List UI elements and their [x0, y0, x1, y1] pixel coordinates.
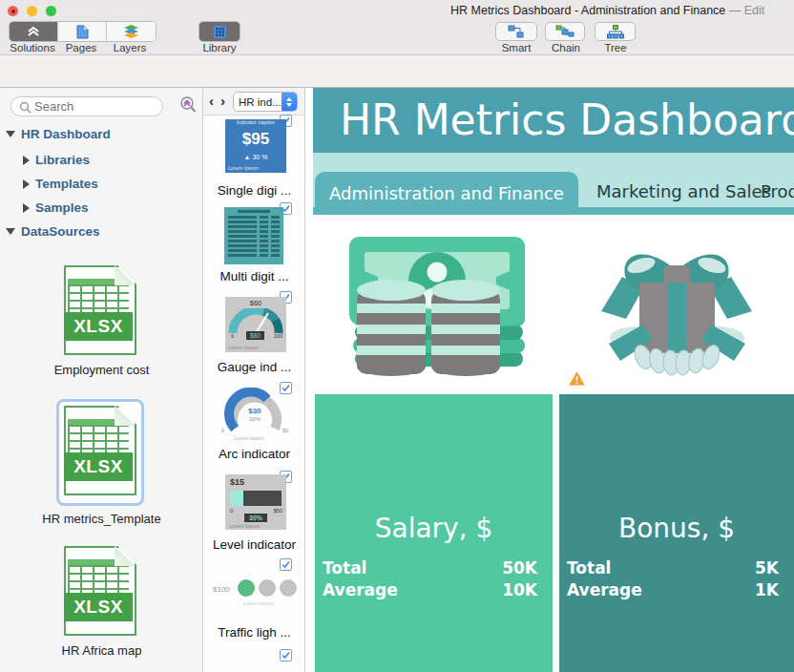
- warning-icon: [569, 371, 585, 386]
- dashboard-title: HR Metrics Dashboard: [313, 88, 794, 144]
- solution-search-icon: [179, 95, 197, 115]
- traffic-light-green: [238, 579, 255, 597]
- money-stack-icon: [332, 229, 537, 382]
- traffic-value: $100: [213, 585, 230, 594]
- solution-search-button[interactable]: [179, 95, 197, 115]
- close-button[interactable]: [8, 6, 18, 16]
- shape-label-arc: Arc indicator: [203, 447, 305, 461]
- chain-button[interactable]: [545, 22, 585, 41]
- layers-button[interactable]: [107, 22, 156, 41]
- indicator-value: $95: [225, 130, 286, 149]
- shape-preview-arc[interactable]: $30 10% 0 50 Lorem ipsum: [224, 388, 285, 441]
- drawing-toolbar: T: [0, 55, 794, 88]
- shape-preview-gauge[interactable]: $60 0 100 $80 Lorem Ipsum: [225, 297, 286, 352]
- file-employment-cost[interactable]: XLSX: [64, 265, 136, 355]
- arc-value: $30: [224, 407, 285, 415]
- shape-checkbox-next[interactable]: [280, 649, 292, 662]
- shape-label-single-digit: Single digi ...: [203, 183, 305, 198]
- disclosure-closed-icon[interactable]: [23, 179, 30, 189]
- view-segmented-control: [9, 21, 157, 42]
- zoom-button[interactable]: [46, 6, 56, 16]
- solutions-button[interactable]: [10, 22, 58, 41]
- arc-max: 50: [282, 428, 288, 433]
- tree-connector-icon: [607, 25, 624, 39]
- file-hr-metrics-template-selected[interactable]: XLSX: [56, 399, 144, 506]
- salary-money-illustration: [332, 229, 537, 382]
- next-library-button[interactable]: ›: [220, 93, 225, 109]
- indicator-delta: ▲ 30 %: [225, 154, 286, 160]
- tab-marketing-and-sales[interactable]: Marketing and Sales: [596, 181, 771, 201]
- arc-pct: 10%: [224, 416, 285, 422]
- traffic-light-gray-2: [280, 579, 297, 597]
- tree-node-datasources[interactable]: DataSources: [6, 224, 100, 239]
- traffic-note: Lorem ipsum: [243, 600, 274, 606]
- layers-icon: [123, 25, 139, 38]
- bonus-card[interactable]: Bonus, $ Total 5K Average 1K: [559, 394, 794, 672]
- shape-preview-multi-digit[interactable]: [224, 207, 283, 264]
- salary-average-value: 10K: [502, 580, 537, 602]
- library-dropdown[interactable]: HR ind...: [233, 92, 298, 112]
- bonus-card-title: Bonus, $: [559, 513, 794, 544]
- pages-button[interactable]: [58, 22, 107, 41]
- document-canvas[interactable]: HR Metrics Dashboard Administration and …: [305, 88, 794, 672]
- tree-node-hr-dashboard[interactable]: HR Dashboard: [6, 127, 111, 141]
- shape-checkbox-traffic[interactable]: [280, 558, 292, 571]
- disclosure-open-icon[interactable]: [6, 131, 15, 137]
- check-icon: [281, 650, 291, 661]
- app-window: HR Metrics Dashboard - Administration an…: [0, 0, 794, 672]
- bonus-total-row: Total 5K: [567, 558, 779, 580]
- file-label: HR Africa map: [0, 643, 203, 658]
- solutions-icon: [26, 25, 41, 38]
- level-top-value: $15: [225, 474, 286, 487]
- bonus-average-value: 1K: [755, 580, 779, 602]
- indicator-note: Lorem Ipsum: [228, 165, 259, 171]
- tree-root-label: HR Dashboard: [21, 127, 111, 141]
- level-min: 0: [230, 508, 233, 514]
- tree-button[interactable]: [595, 22, 636, 41]
- shape-preview-single-digit[interactable]: Indicator caption $95 ▲ 30 % Lorem Ipsum: [225, 119, 286, 173]
- salary-card-title: Salary, $: [315, 513, 553, 544]
- tab-administration-and-finance[interactable]: Administration and Finance: [315, 172, 578, 215]
- page-fold: [115, 265, 135, 285]
- disclosure-open-icon[interactable]: [6, 228, 15, 235]
- shape-preview-traffic[interactable]: $100 Lorem ipsum: [213, 578, 299, 612]
- file-label: HR metrics_Template: [0, 512, 203, 526]
- prev-library-button[interactable]: ‹: [209, 93, 214, 109]
- salary-average-row: Average 10K: [323, 580, 537, 602]
- tree-item-label: Samples: [35, 200, 89, 215]
- shapes-panel-header: ‹ › HR ind...: [203, 88, 304, 116]
- minimize-button[interactable]: [27, 6, 37, 16]
- gauge-note: Lorem Ipsum: [228, 345, 259, 350]
- dropdown-stepper-icon[interactable]: [282, 92, 297, 112]
- tab-label: Administration and Finance: [329, 183, 564, 203]
- tab-label: Produ: [761, 181, 794, 201]
- search-input[interactable]: [34, 99, 149, 114]
- file-hr-africa-map[interactable]: XLSX: [64, 546, 136, 636]
- tree-node-libraries[interactable]: Libraries: [23, 153, 90, 167]
- smart-button[interactable]: [495, 22, 537, 41]
- tree-item-label: Templates: [35, 177, 98, 191]
- library-button[interactable]: [198, 21, 240, 42]
- gauge-min: 0: [231, 333, 234, 339]
- gauge-max: 100: [274, 333, 282, 339]
- salary-card[interactable]: Salary, $ Total 50K Average 10K: [315, 394, 553, 672]
- shapes-panel: ‹ › HR ind... Indicator caption $95 ▲ 30…: [203, 88, 305, 672]
- tree-item-label: Libraries: [35, 153, 90, 167]
- gauge-top-value: $60: [225, 297, 286, 307]
- chain-label: Chain: [544, 42, 588, 53]
- salary-total-label: Total: [323, 558, 366, 580]
- chain-connector-icon: [555, 25, 575, 38]
- disclosure-closed-icon[interactable]: [23, 156, 30, 165]
- disclosure-closed-icon[interactable]: [23, 203, 30, 213]
- tree-node-templates[interactable]: Templates: [23, 177, 98, 191]
- search-field[interactable]: [10, 96, 163, 116]
- titlebar: HR Metrics Dashboard - Administration an…: [0, 0, 794, 55]
- shape-preview-level[interactable]: $15 0 $50 30% Lorem Ipsum: [225, 474, 286, 530]
- pages-icon: [76, 25, 89, 39]
- level-value: 30%: [244, 514, 267, 522]
- bonus-average-label: Average: [567, 580, 642, 602]
- tree-node-samples[interactable]: Samples: [23, 200, 89, 215]
- tab-label: Marketing and Sales: [596, 181, 771, 201]
- shape-label-multi-digit: Multi digit ...: [203, 269, 305, 284]
- tab-production[interactable]: Produ: [761, 181, 794, 201]
